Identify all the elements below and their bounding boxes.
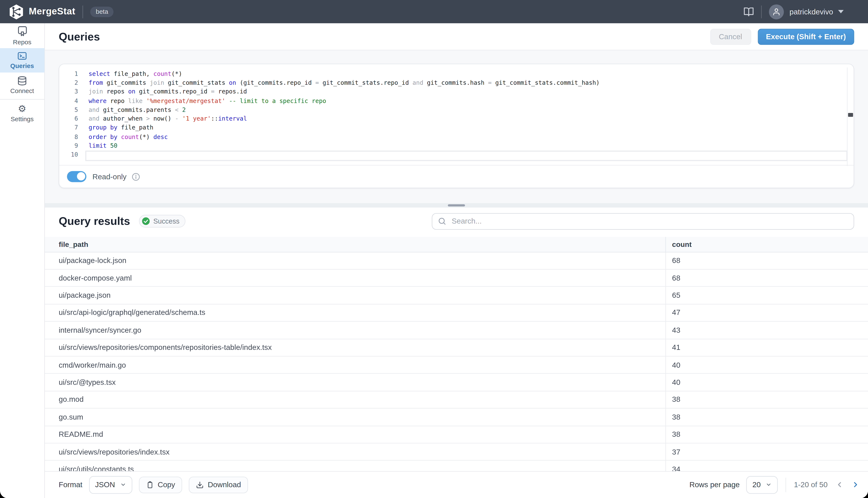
column-header-file-path[interactable]: file_path xyxy=(45,237,666,251)
sidebar-divider xyxy=(0,99,44,100)
format-select[interactable]: JSON xyxy=(89,476,132,494)
page-header: Queries Cancel Execute (Shift + Enter) xyxy=(45,23,868,50)
table-row[interactable]: ui/src/api-logic/graphql/generated/schem… xyxy=(45,304,868,322)
table-row[interactable]: ui/package.json65 xyxy=(45,287,868,304)
code-area[interactable]: 1select file_path, count(*)2from git_com… xyxy=(59,69,843,160)
line-number: 7 xyxy=(59,124,78,131)
cell-file-path: ui/package.json xyxy=(45,287,666,304)
format-label: Format xyxy=(59,481,82,489)
code-line[interactable]: 2from git_commits join git_commit_stats … xyxy=(59,78,843,87)
column-header-count[interactable]: count xyxy=(666,237,868,251)
username[interactable]: patrickdevivo xyxy=(790,8,833,16)
sidebar-item-label: Queries xyxy=(10,63,34,69)
cell-count: 40 xyxy=(666,356,868,373)
info-icon[interactable] xyxy=(132,172,140,181)
gear-icon: ⚙ xyxy=(18,104,26,114)
cell-file-path: go.mod xyxy=(45,391,666,408)
cell-file-path: ui/src/api-logic/graphql/generated/schem… xyxy=(45,304,666,321)
sidebar-item-connect[interactable]: Connect xyxy=(0,73,44,97)
line-number: 9 xyxy=(59,142,78,149)
table-row[interactable]: ui/src/@types.tsx40 xyxy=(45,374,868,391)
next-page-button[interactable] xyxy=(852,481,860,489)
chevron-right-icon xyxy=(852,481,860,489)
cell-file-path: ui/src/views/repositories/index.tsx xyxy=(45,443,666,460)
docs-book-icon[interactable] xyxy=(744,6,754,17)
code-text: limit 50 xyxy=(89,142,117,149)
download-button[interactable]: Download xyxy=(189,476,248,493)
code-line[interactable]: 8order by count(*) desc xyxy=(59,132,843,142)
line-number: 6 xyxy=(59,115,78,122)
read-only-label: Read-only xyxy=(92,172,127,181)
terminal-icon xyxy=(17,51,27,61)
table-row[interactable]: docker-compose.yaml68 xyxy=(45,270,868,287)
code-text: order by count(*) desc xyxy=(89,133,168,141)
cell-file-path: docker-compose.yaml xyxy=(45,270,666,286)
line-number: 1 xyxy=(59,70,78,77)
user-menu-caret-icon[interactable] xyxy=(838,10,844,13)
chevron-down-icon xyxy=(120,482,126,488)
sidebar-item-settings[interactable]: ⚙ Settings xyxy=(0,101,44,126)
search-box xyxy=(432,213,854,230)
main-panel: Queries Cancel Execute (Shift + Enter) 1… xyxy=(45,23,868,498)
sidebar-item-label: Settings xyxy=(11,116,34,122)
table-row[interactable]: cmd/worker/main.go40 xyxy=(45,356,868,374)
topbar: MergeStat beta patrickdevivo xyxy=(0,0,868,23)
rows-per-page-value: 20 xyxy=(752,481,761,489)
rows-per-page-label: Rows per page xyxy=(689,481,740,489)
rows-per-page-select[interactable]: 20 xyxy=(746,476,778,494)
results-header: Query results Success xyxy=(59,213,854,230)
brand-title: MergeStat xyxy=(29,6,75,17)
code-text: group by file_path xyxy=(89,124,154,131)
previous-page-button[interactable] xyxy=(836,481,844,489)
results-footer: Format JSON Copy xyxy=(45,471,868,498)
code-text: from git_commits join git_commit_stats o… xyxy=(89,79,600,86)
table-row[interactable]: go.mod38 xyxy=(45,391,868,409)
editor-scrollbar-thumb[interactable] xyxy=(848,113,853,117)
mergestat-logo-icon[interactable] xyxy=(9,4,24,20)
table-row[interactable]: ui/package-lock.json68 xyxy=(45,252,868,270)
execute-button[interactable]: Execute (Shift + Enter) xyxy=(758,29,854,45)
code-line[interactable]: 5and git_commits.parents < 2 xyxy=(59,105,843,115)
database-icon xyxy=(17,76,27,86)
cell-count: 38 xyxy=(666,409,868,425)
sidebar-item-label: Connect xyxy=(10,87,34,94)
cell-count: 40 xyxy=(666,374,868,391)
repo-icon xyxy=(17,26,28,37)
panel-resize-handle[interactable] xyxy=(448,204,465,207)
sidebar-item-repos[interactable]: Repos xyxy=(0,23,44,48)
line-number: 2 xyxy=(59,79,78,86)
footer-divider xyxy=(786,478,786,492)
sidebar-item-queries[interactable]: Queries xyxy=(0,48,44,73)
cancel-button[interactable]: Cancel xyxy=(710,29,751,45)
table-row[interactable]: ui/src/views/repositories/components/rep… xyxy=(45,339,868,356)
search-input[interactable] xyxy=(450,217,848,226)
table-header: file_path count xyxy=(45,237,868,252)
cursor-line xyxy=(85,151,847,161)
table-row[interactable]: ui/src/views/repositories/index.tsx37 xyxy=(45,443,868,461)
sidebar-item-label: Repos xyxy=(13,39,31,45)
table-row[interactable]: internal/syncer/syncer.go43 xyxy=(45,322,868,339)
code-line[interactable]: 3join repos on git_commits.repo_id = rep… xyxy=(59,87,843,96)
code-line[interactable]: 7group by file_path xyxy=(59,123,843,132)
cell-file-path: cmd/worker/main.go xyxy=(45,356,666,373)
cell-count: 37 xyxy=(666,443,868,460)
panel-resize-strip xyxy=(45,203,868,208)
line-number: 5 xyxy=(59,106,78,113)
topbar-divider-2 xyxy=(761,5,762,18)
code-line[interactable]: 1select file_path, count(*) xyxy=(59,69,843,78)
query-results-panel: Query results Success fil xyxy=(45,208,868,498)
results-title: Query results xyxy=(59,215,130,227)
status-badge: Success xyxy=(139,215,186,227)
code-line[interactable]: 4where repo like '%mergestat/mergestat' … xyxy=(59,96,843,105)
avatar[interactable] xyxy=(769,4,784,19)
search-icon xyxy=(438,217,446,225)
table-row[interactable]: go.sum38 xyxy=(45,409,868,426)
beta-badge: beta xyxy=(90,6,114,17)
read-only-toggle[interactable] xyxy=(67,171,86,182)
copy-button[interactable]: Copy xyxy=(139,476,182,493)
sql-editor[interactable]: 1select file_path, count(*)2from git_com… xyxy=(59,64,854,188)
code-line[interactable]: 9limit 50 xyxy=(59,141,843,150)
code-line[interactable]: 6and author_when > now() - '1 year'::int… xyxy=(59,114,843,123)
table-row[interactable]: README.md38 xyxy=(45,426,868,443)
download-button-label: Download xyxy=(208,481,241,489)
